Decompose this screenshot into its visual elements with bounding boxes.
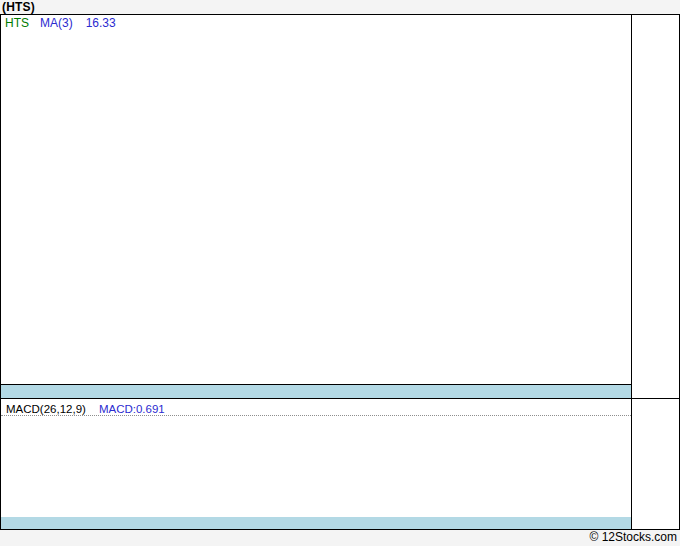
macd-right-axis — [631, 399, 679, 529]
page-title: (HTS) — [2, 0, 35, 14]
ma-indicator-label: MA(3) — [40, 16, 73, 30]
macd-indicator-value: MACD:0.691 — [99, 403, 165, 415]
lower-blue-band — [1, 517, 631, 529]
ma-indicator-value: 16.33 — [86, 16, 116, 30]
upper-blue-band — [1, 385, 631, 398]
macd-indicator-label: MACD(26,12,9) — [6, 403, 86, 415]
chart-frame: HTSMA(3)16.33 MACD(26,12,9)MACD:0.691 — [0, 14, 680, 530]
ticker-symbol-label: HTS — [5, 16, 29, 30]
macd-gridline — [1, 415, 631, 416]
axis-divider-line — [631, 15, 632, 529]
macd-panel: MACD(26,12,9)MACD:0.691 — [1, 399, 631, 529]
copyright-text: © 12Stocks.com — [589, 530, 677, 546]
price-legend: HTSMA(3)16.33 — [5, 17, 116, 30]
macd-legend: MACD(26,12,9)MACD:0.691 — [6, 403, 165, 415]
price-panel: HTSMA(3)16.33 — [1, 15, 631, 384]
